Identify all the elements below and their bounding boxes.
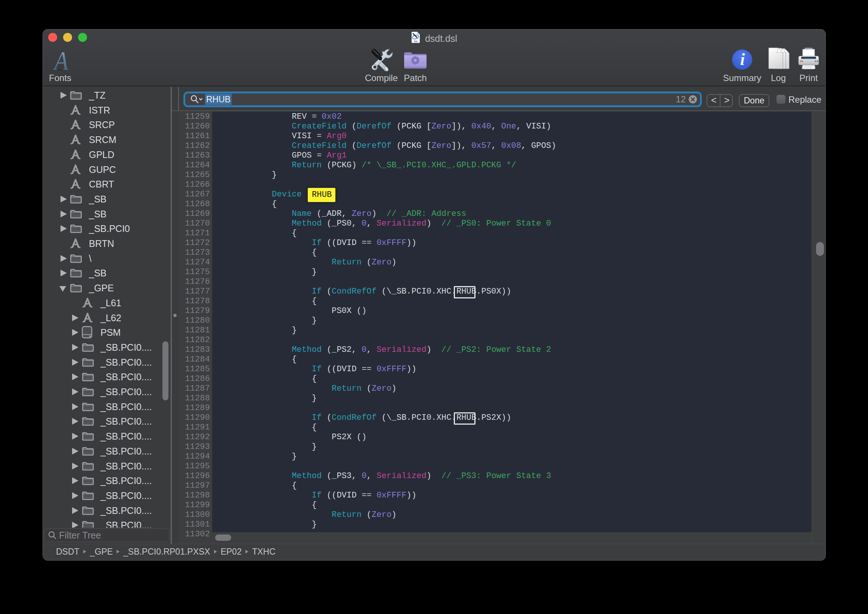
svg-text:DSL: DSL (414, 40, 418, 43)
svg-text:i: i (740, 50, 745, 69)
svg-text:A: A (53, 51, 69, 71)
